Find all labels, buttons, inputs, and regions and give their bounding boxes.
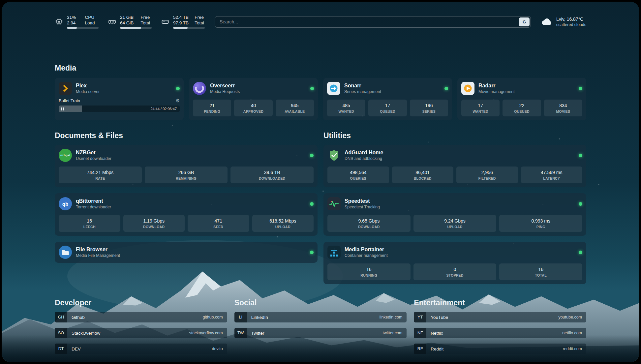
plex-service-link[interactable]: Plex Media server (59, 82, 180, 95)
overseerr-pending-stat: 21 PENDING (193, 100, 231, 116)
stat-value: 9.65 Gbps (329, 218, 409, 224)
portainer-service-link[interactable]: Media Portainer Container management (327, 246, 582, 259)
radarr-queued-stat: 22 QUEUED (503, 100, 541, 116)
stat-label: APPROVED (235, 109, 271, 113)
stat-value: 1.19 Gbps (125, 218, 184, 224)
qbittorrent-upload-stat: 618.52 Mbps UPLOAD (252, 215, 314, 232)
filebrowser-card: File Browser Media File Management (55, 242, 318, 263)
status-dot (310, 154, 314, 157)
stat-value: 16 (329, 267, 409, 272)
weather-widget: Lviv, 16.87°C scattered clouds (541, 16, 586, 28)
stat-value: 471 (189, 218, 248, 224)
stat-value: 16 (501, 267, 581, 272)
qbittorrent-icon-text: qb (62, 201, 68, 207)
stat-label: UPLOAD (415, 225, 495, 229)
hard-disk-icon (161, 17, 169, 26)
sonarr-service-link[interactable]: Sonarr Series management (327, 82, 448, 95)
stat-value: 22 (504, 103, 539, 108)
plex-now-playing: Bullet Train ⚙ 24:44 / 02:06:47 (59, 98, 180, 112)
bookmark-stackoverflow[interactable]: SO StackOverflow stackoverflow.com (55, 328, 227, 338)
plex-icon (59, 82, 72, 95)
bookmark-url: twitter.com (383, 331, 407, 335)
stat-value: 485 (328, 103, 364, 108)
social-section-title: Social (234, 298, 407, 307)
status-dot (444, 87, 448, 90)
cpu-usage-value: 31% (67, 15, 79, 20)
radarr-service-link[interactable]: Radarr Movie management (461, 82, 582, 95)
stat-value: 17 (370, 103, 405, 108)
overseerr-service-link[interactable]: Overseerr Media Requests (193, 82, 314, 95)
entertainment-bookmarks: Entertainment YT YouTube youtube.com NF … (414, 298, 586, 354)
bookmark-youtube[interactable]: YT YouTube youtube.com (414, 312, 586, 322)
bookmark-linkedin[interactable]: LI LinkedIn linkedin.com (234, 312, 407, 322)
bookmark-name: YouTube (426, 315, 448, 320)
service-name: Overseerr (210, 82, 240, 89)
adguard-card: AdGuard Home DNS and adblocking 498,564 … (323, 145, 586, 187)
bookmark-abbr: SO (55, 328, 67, 338)
pause-icon (61, 107, 64, 110)
memory-usage-bar-fill (120, 27, 141, 29)
plex-playback-time: 24:44 / 02:06:47 (150, 107, 177, 111)
adguard-filtered-stat: 2,956 FILTERED (456, 167, 518, 183)
stat-value: 0 (415, 267, 495, 272)
stat-value: 266 GB (146, 170, 227, 175)
service-subtitle: DNS and adblocking (345, 156, 383, 161)
stat-label: PING (501, 225, 581, 229)
stat-value: 86,401 (393, 170, 452, 175)
sonarr-icon (327, 82, 340, 95)
bookmark-netflix[interactable]: NF Netflix netflix.com (414, 328, 586, 338)
bookmark-abbr: DT (55, 344, 67, 354)
nzbget-remaining-stat: 266 GB REMAINING (145, 167, 228, 183)
stat-label: LEECH (60, 225, 119, 229)
radarr-movies-stat: 834 MOVIES (544, 100, 582, 116)
bookmark-dev[interactable]: DT DEV dev.to (55, 344, 227, 354)
settings-icon[interactable]: ⚙ (175, 98, 180, 104)
adguard-service-link[interactable]: AdGuard Home DNS and adblocking (327, 149, 582, 162)
qbittorrent-service-link[interactable]: qb qBittorrent Torrent downloader (59, 197, 314, 210)
nzbget-service-link[interactable]: nzbget NZBGet Usenet downloader (59, 149, 314, 162)
stat-label: REMAINING (146, 176, 227, 180)
nzbget-rate-stat: 744.21 Mbps RATE (59, 167, 142, 183)
bookmark-reddit[interactable]: RE Reddit reddit.com (414, 344, 586, 354)
qbittorrent-leech-stat: 16 LEECH (59, 215, 120, 232)
stat-value: 618.52 Mbps (254, 218, 313, 224)
service-subtitle: Media server (76, 89, 100, 94)
qbittorrent-card: qb qBittorrent Torrent downloader 16 (55, 193, 318, 236)
portainer-card: Media Portainer Container management 16 … (323, 242, 586, 284)
service-subtitle: Media Requests (210, 89, 240, 94)
status-dot (579, 87, 582, 90)
stat-label: DOWNLOAD (329, 225, 409, 229)
cpu-usage-bar (67, 27, 99, 29)
bookmark-name: LinkedIn (247, 315, 268, 320)
stat-value: 498,564 (329, 170, 388, 175)
developer-section-title: Developer (55, 298, 227, 307)
filebrowser-service-link[interactable]: File Browser Media File Management (59, 246, 314, 259)
bookmark-github[interactable]: GH Github github.com (55, 312, 227, 322)
speedtest-service-link[interactable]: Speedtest Speedtest Tracking (327, 197, 582, 210)
media-section-title: Media (55, 63, 586, 73)
stat-label: UPLOAD (254, 225, 313, 229)
portainer-icon (327, 246, 341, 259)
service-subtitle: Movie management (478, 89, 515, 94)
status-dot (310, 251, 314, 254)
bookmark-url: youtube.com (558, 315, 586, 319)
weather-location: Lviv, 16.87°C (556, 16, 586, 22)
documents-section-title: Documents & Files (55, 131, 318, 140)
disk-free-label: Free (195, 15, 205, 20)
stat-label: SEED (189, 225, 248, 229)
media-section: Media Plex Media server (55, 63, 586, 120)
portainer-total-stat: 16 TOTAL (499, 263, 582, 280)
memory-total-label: Total (140, 20, 152, 26)
plex-progress-bar: 24:44 / 02:06:47 (59, 106, 180, 112)
bookmark-twitter[interactable]: TW Twitter twitter.com (234, 328, 407, 338)
entertainment-section-title: Entertainment (414, 298, 586, 307)
stat-label: TOTAL (501, 273, 581, 277)
adguard-blocked-stat: 86,401 BLOCKED (392, 167, 454, 183)
disk-widget: 52.4 TB Free 97.9 TB Total (161, 15, 205, 29)
weather-condition: scattered clouds (556, 22, 586, 27)
search-provider-button[interactable]: G (519, 17, 530, 26)
overseerr-available-stat: 945 AVAILABLE (276, 100, 314, 116)
search-input[interactable] (216, 19, 519, 24)
bookmark-abbr: TW (234, 328, 247, 338)
memory-icon (108, 17, 116, 26)
